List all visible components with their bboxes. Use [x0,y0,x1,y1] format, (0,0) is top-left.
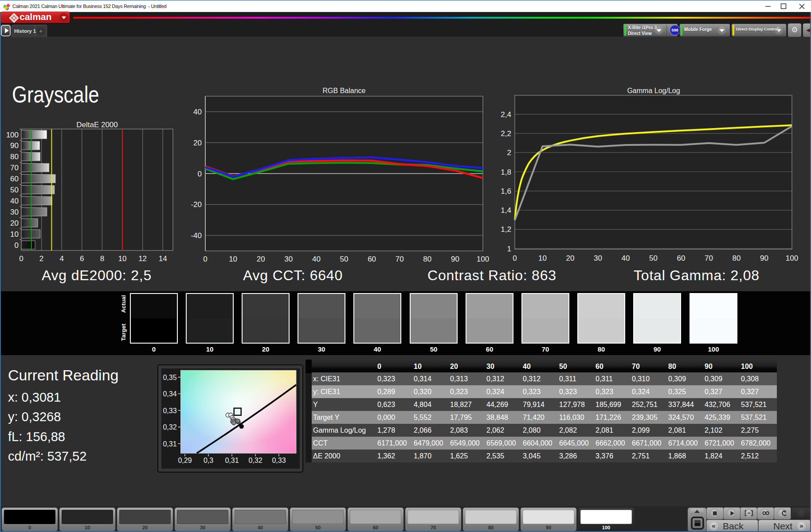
svg-text:10: 10 [229,255,237,263]
svg-text:12: 12 [138,254,147,263]
svg-text:0,3: 0,3 [204,457,213,464]
svg-text:90: 90 [451,255,459,263]
svg-text:0: 0 [15,241,19,250]
svg-text:20: 20 [566,254,575,262]
svg-text:-40: -40 [191,231,202,240]
svg-text:0,32: 0,32 [248,457,262,464]
svg-text:8: 8 [100,254,104,263]
svg-text:40: 40 [10,197,19,205]
svg-text:90: 90 [10,141,19,150]
svg-text:30: 30 [594,254,602,262]
svg-text:0,33: 0,33 [272,457,286,464]
svg-text:2,2: 2,2 [501,129,511,138]
svg-text:70: 70 [705,254,713,262]
svg-text:1,6: 1,6 [501,187,511,196]
svg-text:70: 70 [396,255,404,263]
svg-text:30: 30 [10,208,19,216]
svg-text:10: 10 [538,254,547,262]
svg-text:70: 70 [10,164,19,172]
svg-text:0,32: 0,32 [163,423,176,431]
svg-text:50: 50 [340,255,349,263]
svg-text:DeltaE 2000: DeltaE 2000 [76,121,118,129]
svg-text:0: 0 [198,170,202,178]
svg-text:10: 10 [10,230,19,239]
svg-text:0,33: 0,33 [163,407,176,415]
svg-text:1: 1 [507,245,511,253]
svg-text:1,8: 1,8 [501,168,511,176]
svg-text:1,2: 1,2 [501,225,511,234]
svg-text:80: 80 [733,254,741,262]
svg-text:0: 0 [203,255,207,263]
svg-text:0,31: 0,31 [163,440,176,448]
svg-text:80: 80 [10,153,19,161]
svg-text:80: 80 [423,255,431,263]
svg-text:0: 0 [513,254,517,262]
svg-text:2,4: 2,4 [501,110,511,119]
svg-text:20: 20 [257,255,265,263]
svg-text:4: 4 [59,254,63,263]
svg-text:50: 50 [649,254,658,262]
svg-text:2: 2 [507,149,511,157]
svg-text:100: 100 [786,254,798,262]
svg-text:6: 6 [80,254,84,263]
svg-text:0,35: 0,35 [163,374,176,381]
svg-text:Gamma Log/Log: Gamma Log/Log [627,87,680,94]
svg-text:40: 40 [622,254,630,262]
svg-text:1,4: 1,4 [501,206,511,215]
svg-text:10: 10 [118,254,127,263]
svg-text:20: 20 [10,219,19,227]
svg-text:0,31: 0,31 [225,457,239,464]
svg-text:0,29: 0,29 [178,457,192,464]
svg-text:0: 0 [19,254,23,263]
svg-text:-20: -20 [191,200,202,209]
svg-text:14: 14 [159,254,167,263]
svg-text:60: 60 [10,175,19,183]
svg-text:20: 20 [193,139,202,147]
svg-text:50: 50 [10,186,19,194]
svg-text:40: 40 [193,108,202,116]
svg-text:90: 90 [760,254,768,262]
svg-text:100: 100 [6,131,19,139]
svg-text:100: 100 [477,255,489,263]
svg-text:60: 60 [677,254,686,262]
svg-text:30: 30 [284,255,293,263]
svg-text:2: 2 [39,254,43,263]
svg-text:40: 40 [312,255,321,263]
svg-text:RGB Balance: RGB Balance [323,87,366,94]
svg-text:60: 60 [368,255,376,263]
svg-text:0,34: 0,34 [163,390,176,398]
